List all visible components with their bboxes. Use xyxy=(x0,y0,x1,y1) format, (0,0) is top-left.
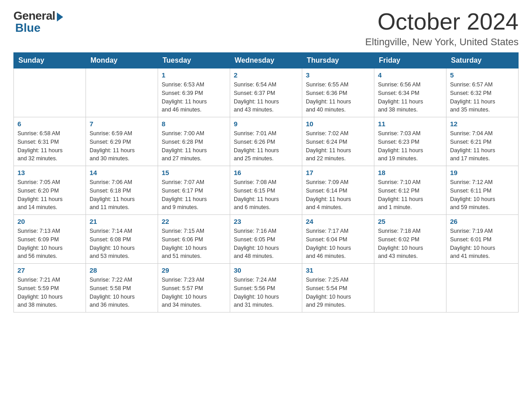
day-info: Sunrise: 7:06 AMSunset: 6:18 PMDaylight:… xyxy=(90,178,154,212)
day-number: 1 xyxy=(162,71,226,79)
calendar-week-row: 1Sunrise: 6:53 AMSunset: 6:39 PMDaylight… xyxy=(14,68,519,117)
calendar-cell: 2Sunrise: 6:54 AMSunset: 6:37 PMDaylight… xyxy=(230,68,302,117)
day-info: Sunrise: 7:12 AMSunset: 6:11 PMDaylight:… xyxy=(450,178,515,212)
day-info: Sunrise: 6:56 AMSunset: 6:34 PMDaylight:… xyxy=(378,81,442,114)
day-number: 14 xyxy=(90,169,154,176)
calendar-cell: 29Sunrise: 7:23 AMSunset: 5:57 PMDayligh… xyxy=(158,264,230,313)
title-block: October 2024 Eltingville, New York, Unit… xyxy=(365,9,519,48)
day-info: Sunrise: 7:19 AMSunset: 6:01 PMDaylight:… xyxy=(450,227,515,261)
calendar-cell: 31Sunrise: 7:25 AMSunset: 5:54 PMDayligh… xyxy=(302,264,374,313)
calendar-cell: 20Sunrise: 7:13 AMSunset: 6:09 PMDayligh… xyxy=(14,215,86,264)
day-number: 20 xyxy=(17,218,82,225)
calendar-cell: 28Sunrise: 7:22 AMSunset: 5:58 PMDayligh… xyxy=(86,264,158,313)
calendar-cell: 3Sunrise: 6:55 AMSunset: 6:36 PMDaylight… xyxy=(302,68,374,117)
logo-arrow-icon xyxy=(57,13,63,21)
calendar-cell: 14Sunrise: 7:06 AMSunset: 6:18 PMDayligh… xyxy=(86,166,158,215)
day-info: Sunrise: 7:15 AMSunset: 6:06 PMDaylight:… xyxy=(162,227,226,261)
day-number: 21 xyxy=(90,218,154,225)
day-number: 12 xyxy=(450,120,515,128)
day-info: Sunrise: 6:57 AMSunset: 6:32 PMDaylight:… xyxy=(450,81,515,114)
day-info: Sunrise: 7:03 AMSunset: 6:23 PMDaylight:… xyxy=(378,129,442,163)
day-number: 15 xyxy=(162,169,226,176)
main-title: October 2024 xyxy=(365,9,519,34)
calendar-cell: 19Sunrise: 7:12 AMSunset: 6:11 PMDayligh… xyxy=(446,166,519,215)
calendar-cell: 30Sunrise: 7:24 AMSunset: 5:56 PMDayligh… xyxy=(230,264,302,313)
calendar-cell: 24Sunrise: 7:17 AMSunset: 6:04 PMDayligh… xyxy=(302,215,374,264)
day-number: 29 xyxy=(162,266,226,274)
calendar-cell: 22Sunrise: 7:15 AMSunset: 6:06 PMDayligh… xyxy=(158,215,230,264)
day-number: 28 xyxy=(90,266,154,274)
calendar-cell: 4Sunrise: 6:56 AMSunset: 6:34 PMDaylight… xyxy=(374,68,446,117)
calendar-cell: 8Sunrise: 7:00 AMSunset: 6:28 PMDaylight… xyxy=(158,117,230,166)
day-info: Sunrise: 7:04 AMSunset: 6:21 PMDaylight:… xyxy=(450,129,515,163)
day-number: 27 xyxy=(17,266,82,274)
day-info: Sunrise: 7:18 AMSunset: 6:02 PMDaylight:… xyxy=(378,227,442,261)
day-info: Sunrise: 7:05 AMSunset: 6:20 PMDaylight:… xyxy=(17,178,82,212)
calendar-cell xyxy=(14,68,86,117)
calendar-table: SundayMondayTuesdayWednesdayThursdayFrid… xyxy=(13,52,519,313)
calendar-cell: 16Sunrise: 7:08 AMSunset: 6:15 PMDayligh… xyxy=(230,166,302,215)
calendar-header-monday: Monday xyxy=(86,53,158,68)
subtitle: Eltingville, New York, United States xyxy=(365,36,519,48)
day-info: Sunrise: 6:53 AMSunset: 6:39 PMDaylight:… xyxy=(162,81,226,114)
calendar-header-row: SundayMondayTuesdayWednesdayThursdayFrid… xyxy=(14,53,519,68)
calendar-cell: 25Sunrise: 7:18 AMSunset: 6:02 PMDayligh… xyxy=(374,215,446,264)
day-number: 22 xyxy=(162,218,226,225)
day-number: 17 xyxy=(306,169,370,176)
day-number: 25 xyxy=(378,218,442,225)
day-number: 3 xyxy=(306,71,370,79)
calendar-week-row: 27Sunrise: 7:21 AMSunset: 5:59 PMDayligh… xyxy=(14,264,519,313)
day-number: 2 xyxy=(234,71,298,79)
calendar-cell xyxy=(374,264,446,313)
calendar-header-sunday: Sunday xyxy=(14,53,86,68)
calendar-cell xyxy=(446,264,519,313)
day-number: 23 xyxy=(234,218,298,225)
calendar-week-row: 20Sunrise: 7:13 AMSunset: 6:09 PMDayligh… xyxy=(14,215,519,264)
day-info: Sunrise: 6:58 AMSunset: 6:31 PMDaylight:… xyxy=(17,129,82,163)
calendar-cell: 17Sunrise: 7:09 AMSunset: 6:14 PMDayligh… xyxy=(302,166,374,215)
day-info: Sunrise: 6:54 AMSunset: 6:37 PMDaylight:… xyxy=(234,81,298,114)
calendar-cell: 12Sunrise: 7:04 AMSunset: 6:21 PMDayligh… xyxy=(446,117,519,166)
day-info: Sunrise: 7:17 AMSunset: 6:04 PMDaylight:… xyxy=(306,227,370,261)
day-number: 10 xyxy=(306,120,370,128)
day-info: Sunrise: 7:07 AMSunset: 6:17 PMDaylight:… xyxy=(162,178,226,212)
calendar-cell xyxy=(86,68,158,117)
day-info: Sunrise: 7:23 AMSunset: 5:57 PMDaylight:… xyxy=(162,276,226,309)
calendar-cell: 18Sunrise: 7:10 AMSunset: 6:12 PMDayligh… xyxy=(374,166,446,215)
calendar-cell: 11Sunrise: 7:03 AMSunset: 6:23 PMDayligh… xyxy=(374,117,446,166)
day-number: 19 xyxy=(450,169,515,176)
calendar-cell: 1Sunrise: 6:53 AMSunset: 6:39 PMDaylight… xyxy=(158,68,230,117)
day-info: Sunrise: 7:22 AMSunset: 5:58 PMDaylight:… xyxy=(90,276,154,309)
day-number: 8 xyxy=(162,120,226,128)
logo-blue-text: Blue xyxy=(15,21,40,35)
calendar-header-saturday: Saturday xyxy=(446,53,519,68)
calendar-cell: 23Sunrise: 7:16 AMSunset: 6:05 PMDayligh… xyxy=(230,215,302,264)
day-info: Sunrise: 7:10 AMSunset: 6:12 PMDaylight:… xyxy=(378,178,442,212)
calendar-cell: 10Sunrise: 7:02 AMSunset: 6:24 PMDayligh… xyxy=(302,117,374,166)
day-info: Sunrise: 7:25 AMSunset: 5:54 PMDaylight:… xyxy=(306,276,370,309)
day-number: 9 xyxy=(234,120,298,128)
day-info: Sunrise: 6:55 AMSunset: 6:36 PMDaylight:… xyxy=(306,81,370,114)
day-number: 13 xyxy=(17,169,82,176)
page-header: General Blue October 2024 Eltingville, N… xyxy=(13,9,519,48)
day-number: 31 xyxy=(306,266,370,274)
calendar-header-thursday: Thursday xyxy=(302,53,374,68)
day-info: Sunrise: 7:13 AMSunset: 6:09 PMDaylight:… xyxy=(17,227,82,261)
day-info: Sunrise: 7:09 AMSunset: 6:14 PMDaylight:… xyxy=(306,178,370,212)
calendar-cell: 26Sunrise: 7:19 AMSunset: 6:01 PMDayligh… xyxy=(446,215,519,264)
calendar-cell: 7Sunrise: 6:59 AMSunset: 6:29 PMDaylight… xyxy=(86,117,158,166)
day-info: Sunrise: 7:00 AMSunset: 6:28 PMDaylight:… xyxy=(162,129,226,163)
calendar-cell: 15Sunrise: 7:07 AMSunset: 6:17 PMDayligh… xyxy=(158,166,230,215)
day-number: 6 xyxy=(17,120,82,128)
day-number: 18 xyxy=(378,169,442,176)
calendar-week-row: 6Sunrise: 6:58 AMSunset: 6:31 PMDaylight… xyxy=(14,117,519,166)
calendar-cell: 6Sunrise: 6:58 AMSunset: 6:31 PMDaylight… xyxy=(14,117,86,166)
day-info: Sunrise: 7:21 AMSunset: 5:59 PMDaylight:… xyxy=(17,276,82,309)
day-number: 26 xyxy=(450,218,515,225)
calendar-cell: 27Sunrise: 7:21 AMSunset: 5:59 PMDayligh… xyxy=(14,264,86,313)
day-info: Sunrise: 7:16 AMSunset: 6:05 PMDaylight:… xyxy=(234,227,298,261)
calendar-week-row: 13Sunrise: 7:05 AMSunset: 6:20 PMDayligh… xyxy=(14,166,519,215)
calendar-header-friday: Friday xyxy=(374,53,446,68)
day-number: 30 xyxy=(234,266,298,274)
day-number: 16 xyxy=(234,169,298,176)
